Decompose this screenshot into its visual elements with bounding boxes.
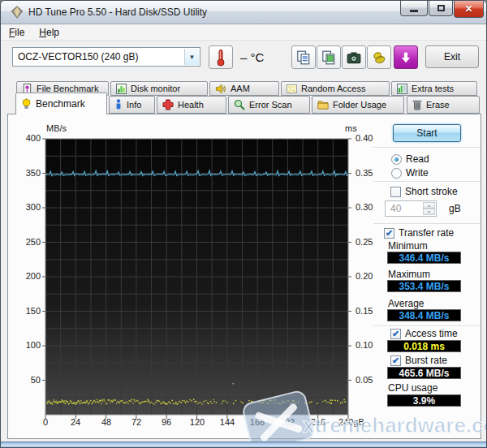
drive-selector-value: OCZ-VECTOR150 (240 gB): [18, 51, 139, 62]
check-icon: ✔: [392, 330, 399, 338]
speaker-icon: [215, 84, 226, 94]
axis-tick-label: 250: [15, 237, 41, 247]
axis-tick-label: 350: [15, 168, 41, 178]
trash-icon: [412, 99, 422, 110]
tab-folder-usage[interactable]: Folder Usage: [312, 96, 404, 114]
tab-random-access[interactable]: Random Access: [281, 81, 390, 96]
tab-disk-monitor[interactable]: Disk monitor: [110, 81, 208, 96]
transfer-rate-checkbox[interactable]: ✔: [384, 228, 394, 239]
random-access-icon: [287, 84, 297, 94]
tab-label: Erase: [426, 100, 450, 110]
access-time-checkbox[interactable]: ✔: [390, 329, 401, 339]
access-time-label: Access time: [405, 328, 458, 339]
menu-file[interactable]: File: [2, 25, 32, 40]
access-time-value: 0.018 ms: [387, 340, 461, 352]
maximum-label: Maximum: [388, 269, 430, 280]
tab-erase[interactable]: Erase: [407, 96, 480, 114]
tab-health[interactable]: Health: [157, 96, 226, 114]
short-stroke-checkbox[interactable]: [390, 187, 401, 197]
tab-label: Extra tests: [412, 84, 454, 93]
temperature-button[interactable]: [209, 45, 233, 69]
average-value: 348.4 MB/s: [387, 309, 461, 321]
close-button[interactable]: ✕: [454, 1, 484, 18]
separator: [373, 325, 481, 326]
download-arrow-icon: [399, 51, 412, 64]
separator: [373, 223, 481, 224]
tab-label: Health: [178, 100, 204, 110]
start-button[interactable]: Start: [393, 124, 461, 142]
write-radio[interactable]: [391, 168, 402, 179]
tab-label: Error Scan: [249, 100, 292, 110]
temperature-readout: – °C: [240, 50, 264, 64]
copy-image-icon: [321, 50, 336, 65]
copy-image-button[interactable]: [317, 45, 341, 69]
burst-rate-label: Burst rate: [405, 355, 447, 366]
read-radio[interactable]: [391, 154, 402, 165]
disk-monitor-icon: [116, 84, 127, 94]
copy-text-icon: [296, 50, 311, 65]
minimize-button[interactable]: [400, 1, 428, 16]
extra-tests-icon: [397, 84, 407, 94]
close-icon: ✕: [464, 4, 472, 14]
left-axis-title: MB/s: [46, 123, 67, 133]
app-window: HD Tune Pro 5.50 - Hard Disk/SSD Utility…: [0, 0, 487, 448]
transfer-rate-label: Transfer rate: [399, 227, 454, 239]
burst-rate-checkbox[interactable]: ✔: [390, 355, 401, 366]
spinner-down-icon[interactable]: ▼: [423, 209, 435, 215]
short-stroke-value: 40: [390, 203, 401, 214]
right-axis-title: ms: [345, 123, 357, 133]
spinner-up-icon[interactable]: ▲: [423, 202, 435, 209]
axis-tick-label: 100: [15, 340, 41, 350]
cpu-usage-label: CPU usage: [388, 382, 437, 394]
tab-info[interactable]: Info: [109, 96, 155, 114]
tab-benchmark[interactable]: Benchmark: [15, 93, 107, 114]
tab-error-scan[interactable]: Error Scan: [228, 96, 310, 114]
tab-extra-tests[interactable]: Extra tests: [391, 81, 477, 96]
maximize-button[interactable]: [429, 1, 453, 16]
hand-coins-icon: [372, 50, 386, 65]
axis-tick-label: 96: [154, 417, 179, 427]
axis-tick-label: 0.20: [356, 271, 383, 281]
tab-label: Random Access: [301, 84, 365, 93]
chevron-down-icon[interactable]: ▼: [184, 49, 199, 65]
window-title: HD Tune Pro 5.50 - Hard Disk/SSD Utility: [28, 6, 207, 18]
folder-icon: [317, 100, 329, 110]
menu-help[interactable]: Help: [32, 25, 67, 40]
write-label: Write: [406, 167, 429, 179]
radio-dot: [394, 157, 399, 162]
donate-button[interactable]: [367, 45, 391, 69]
short-stroke-spinner[interactable]: 40 ▲ ▼: [385, 200, 437, 217]
drive-selector[interactable]: OCZ-VECTOR150 (240 gB) ▼: [12, 47, 200, 67]
axis-tick-label: 400: [15, 133, 41, 143]
separator: [373, 181, 481, 182]
exit-button[interactable]: Exit: [425, 45, 479, 68]
tab-label: Folder Usage: [333, 100, 386, 110]
tab-label: Info: [127, 100, 141, 110]
check-icon: ✔: [386, 229, 393, 238]
update-button[interactable]: [394, 45, 418, 69]
axis-tick-label: 48: [94, 417, 119, 427]
axis-tick-label: 24: [63, 417, 88, 427]
lightbulb-icon: [21, 98, 32, 110]
axis-tick-label: 0.40: [356, 133, 383, 143]
cpu-usage-value: 3.9%: [387, 394, 461, 407]
axis-tick-label: 0.10: [356, 340, 383, 350]
window-frame-bottom: [1, 442, 487, 447]
app-icon: [11, 6, 24, 19]
benchmark-chart: [42, 136, 352, 421]
axis-tick-label: 150: [15, 306, 41, 316]
axis-tick-label: 144: [215, 417, 239, 427]
axis-tick-label: 200: [15, 271, 41, 281]
axis-tick-label: 0: [33, 417, 58, 427]
axis-tick-label: 0.15: [356, 306, 383, 316]
health-cross-icon: [162, 99, 174, 110]
tab-aam[interactable]: AAM: [209, 81, 279, 96]
screenshot-button[interactable]: [342, 45, 366, 69]
copy-text-button[interactable]: [291, 45, 316, 69]
short-stroke-unit: gB: [449, 203, 461, 214]
axis-tick-label: 0.25: [356, 237, 383, 247]
info-icon: [114, 99, 123, 110]
maximum-value: 353.4 MB/s: [387, 280, 461, 292]
watermark-text: xtremehardware.com: [303, 413, 487, 438]
thermometer-icon: [214, 49, 227, 67]
